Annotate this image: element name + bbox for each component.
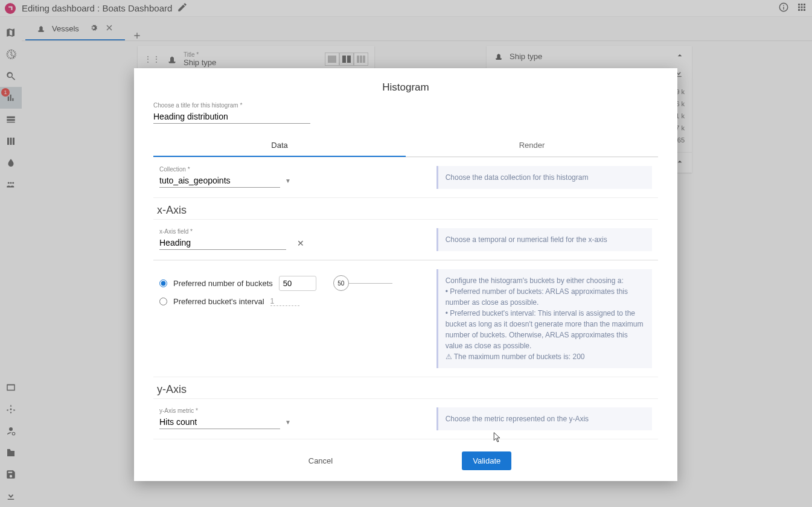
yaxis-heading: y-Axis [153,377,658,398]
hist-title-label: Choose a title for this histogram * [153,102,658,109]
buckets-hint: Configure the histogram's buckets by eit… [436,269,652,368]
interval-input [270,297,299,306]
radio-buckets-label: Preferred number of buckets [173,279,273,288]
collection-hint: Choose the data collection for this hist… [436,166,652,189]
chevron-down-icon[interactable]: ▼ [285,419,291,426]
validate-button[interactable]: Validate [462,451,511,470]
buckets-count-input[interactable] [279,276,316,291]
radio-interval-label: Preferred bucket's interval [173,297,264,306]
chevron-down-icon[interactable]: ▼ [285,177,291,184]
xaxis-heading: x-Axis [153,198,658,219]
tab-data[interactable]: Data [153,135,406,157]
xaxis-field-input[interactable] [159,236,286,250]
radio-interval[interactable] [159,298,167,305]
collection-label: Collection * [159,166,426,173]
modal-tabs: Data Render [153,135,658,157]
histogram-modal: Histogram Choose a title for this histog… [134,68,677,481]
xaxis-field-hint: Choose a temporal or numerical field for… [436,228,652,251]
yaxis-hint: Choose the metric represented on the y-A… [436,407,652,430]
cancel-button[interactable]: Cancel [300,451,341,470]
slider-track [349,283,392,284]
buckets-slider[interactable]: 50 [333,275,392,291]
radio-buckets[interactable] [159,279,167,287]
collection-select[interactable] [159,174,280,188]
hist-title-input[interactable] [153,110,310,124]
xaxis-field-label: x-Axis field * [159,228,426,235]
modal-title: Histogram [134,68,677,102]
yaxis-metric-label: y-Axis metric * [159,407,426,414]
yaxis-metric-select[interactable] [159,415,280,429]
slider-knob[interactable]: 50 [333,275,349,291]
clear-icon[interactable]: ✕ [297,238,304,248]
tab-render[interactable]: Render [406,135,658,157]
